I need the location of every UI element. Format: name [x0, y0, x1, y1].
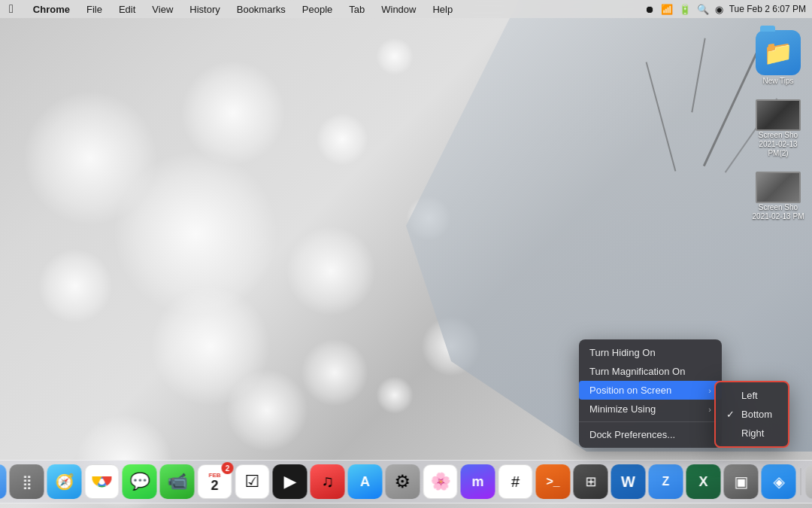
menu-chrome[interactable]: Chrome	[30, 4, 73, 15]
submenu-bottom[interactable]: ✓ Bottom	[716, 405, 788, 424]
desktop-icon-screenshot1[interactable]: Screen Sho 2021-02-13 PM(2)	[748, 99, 808, 158]
dock-item-screenshare[interactable]: ▣	[724, 464, 759, 499]
apple-menu[interactable]: 	[6, 2, 17, 16]
submenu-right[interactable]: Right	[716, 424, 788, 443]
menu-people[interactable]: People	[299, 4, 335, 15]
dock-item-chrome[interactable]	[85, 464, 120, 499]
screenshot-thumb-2	[756, 172, 801, 203]
calendar-badge: 2	[222, 462, 234, 474]
dock-item-appstore[interactable]: A	[348, 464, 383, 499]
menu-window[interactable]: Window	[378, 4, 419, 15]
submenu-arrow: ›	[708, 405, 711, 414]
folder-icon: 📁	[756, 30, 801, 75]
battery-icon[interactable]: 🔋	[679, 4, 691, 15]
menu-help[interactable]: Help	[429, 4, 456, 15]
menu-edit[interactable]: Edit	[116, 4, 138, 15]
menubar-right: ⏺ 📶 🔋 🔍 ◉ Tue Feb 2 6:07 PM	[645, 4, 806, 15]
dock-item-music[interactable]: ♫	[311, 464, 345, 499]
desktop-icons: 📁 New Tips Screen Sho 2021-02-13 PM(2) S…	[744, 23, 812, 229]
dock-item-zoom[interactable]: Z	[649, 464, 683, 499]
menu-bookmarks[interactable]: Bookmarks	[234, 4, 289, 15]
context-turn-hiding[interactable]: Turn Hiding On	[579, 343, 722, 362]
dock-item-calculator[interactable]: ⊞	[574, 464, 608, 499]
dock-item-launchpad[interactable]: ⣿	[10, 464, 44, 499]
menubar:  Chrome File Edit View History Bookmark…	[0, 0, 812, 18]
bottom-check: ✓	[726, 409, 737, 420]
screenshot1-label: Screen Sho 2021-02-13 PM(2)	[750, 131, 807, 158]
dock-separator	[801, 468, 801, 495]
screenshot2-label: Screen Sho 2021-02-13 PM	[753, 203, 804, 221]
dock-item-appletv[interactable]: ▶	[273, 464, 308, 499]
dock-item-excel[interactable]: X	[686, 464, 721, 499]
dock-item-messenger[interactable]: m	[461, 464, 495, 499]
dock-item-safari[interactable]: 🧭	[47, 464, 82, 499]
submenu-arrow: ›	[708, 386, 711, 395]
siri-icon[interactable]: ◉	[715, 4, 723, 15]
chrome-icon	[92, 471, 113, 492]
menu-history[interactable]: History	[186, 4, 223, 15]
new-tips-label: New Tips	[762, 77, 793, 86]
dock-item-slack[interactable]: #	[498, 464, 533, 499]
search-icon[interactable]: 🔍	[697, 4, 709, 15]
dock-item-trash[interactable]: 🗑	[806, 464, 813, 499]
context-minimize-using[interactable]: Minimize Using ›	[579, 400, 722, 418]
dock-item-facetime[interactable]: 📹	[160, 464, 195, 499]
clock: Tue Feb 2 6:07 PM	[729, 4, 806, 14]
dock-item-finder[interactable]: 🐟	[0, 464, 7, 499]
dock-item-calendar[interactable]: FEB 2 2	[198, 464, 232, 499]
context-separator	[579, 421, 722, 422]
position-submenu: Left ✓ Bottom Right	[714, 381, 789, 448]
menu-tab[interactable]: Tab	[346, 4, 368, 15]
dock: 🐟 ⣿ 🧭 💬 📹 FEB 2 2 ☑ ▶ ♫	[0, 460, 812, 503]
screen-record-icon[interactable]: ⏺	[645, 4, 655, 15]
dock-item-photos[interactable]: 🌸	[423, 464, 458, 499]
dock-item-prompt[interactable]: >_	[536, 464, 571, 499]
dock-item-blue-app[interactable]: ◈	[762, 464, 796, 499]
submenu-left[interactable]: Left	[716, 386, 788, 405]
context-position-on-screen[interactable]: Position on Screen ›	[579, 381, 722, 400]
menubar-left:  Chrome File Edit View History Bookmark…	[6, 2, 456, 16]
dock-item-messages[interactable]: 💬	[123, 464, 157, 499]
dock-item-word[interactable]: W	[611, 464, 646, 499]
screenshot-thumb-1	[756, 99, 801, 131]
context-menu: Turn Hiding On Turn Magnification On Pos…	[579, 339, 722, 448]
dock-item-reminders[interactable]: ☑	[235, 464, 270, 499]
desktop-icon-screenshot2[interactable]: Screen Sho 2021-02-13 PM	[748, 172, 808, 221]
context-dock-preferences[interactable]: Dock Preferences...	[579, 425, 722, 444]
menu-view[interactable]: View	[149, 4, 176, 15]
wifi-icon[interactable]: 📶	[661, 4, 673, 15]
menu-file[interactable]: File	[83, 4, 105, 15]
context-turn-magnification[interactable]: Turn Magnification On	[579, 362, 722, 381]
dock-item-system-preferences[interactable]: ⚙	[386, 464, 420, 499]
desktop-icon-new-tips[interactable]: 📁 New Tips	[748, 30, 808, 86]
